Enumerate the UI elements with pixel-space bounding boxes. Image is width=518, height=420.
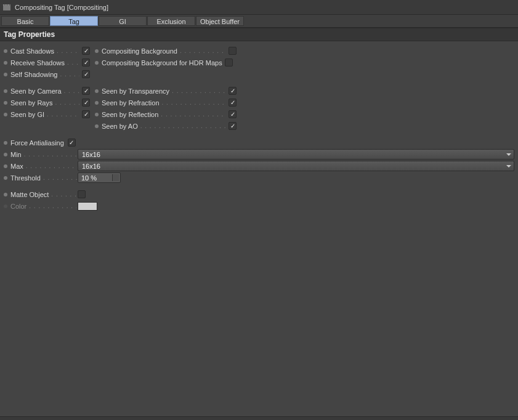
- seen-transparency-checkbox[interactable]: [229, 87, 237, 95]
- receive-shadows-checkbox[interactable]: [82, 59, 90, 67]
- threshold-spinner[interactable]: 10 %: [78, 172, 121, 183]
- seen-reflection-checkbox[interactable]: [229, 110, 237, 118]
- dots: [47, 111, 79, 118]
- bullet-icon: [4, 49, 7, 53]
- properties-panel: Cast Shadows Receive Shadows Self Shadow…: [0, 41, 518, 216]
- seen-refraction-checkbox[interactable]: [229, 99, 237, 107]
- force-aa-label: Force Antialiasing: [10, 139, 64, 147]
- bullet-icon: [4, 89, 7, 93]
- bullet-icon: [4, 164, 7, 168]
- cast-shadows-checkbox[interactable]: [82, 47, 90, 55]
- chevron-up-icon: [114, 175, 118, 177]
- bullet-icon: [95, 89, 99, 93]
- min-value: 16x16: [82, 151, 100, 158]
- titlebar: Compositing Tag [Compositing]: [0, 0, 518, 15]
- dots: [24, 151, 78, 158]
- dots: [26, 163, 78, 169]
- max-dropdown[interactable]: 16x16: [78, 161, 514, 171]
- seen-transparency-label: Seen by Transparency: [102, 87, 169, 95]
- bullet-icon: [4, 73, 7, 76]
- self-shadowing-label: Self Shadowing: [10, 71, 57, 78]
- bullet-icon: [4, 153, 7, 156]
- threshold-value: 10 %: [81, 174, 97, 182]
- dots: [29, 203, 76, 209]
- threshold-label: Threshold: [10, 174, 41, 182]
- bullet-icon: [4, 176, 7, 180]
- bullet-icon: [95, 61, 99, 65]
- tab-gi[interactable]: GI: [99, 16, 147, 26]
- bullet-icon: [4, 61, 7, 65]
- window-title: Compositing Tag [Compositing]: [15, 4, 108, 11]
- compositing-bg-hdr-checkbox[interactable]: [225, 59, 233, 67]
- force-aa-checkbox[interactable]: [68, 139, 76, 147]
- seen-reflection-label: Seen by Reflection: [102, 111, 158, 118]
- tab-tag[interactable]: Tag: [50, 16, 98, 26]
- color-label: Color: [10, 203, 26, 210]
- svg-rect-3: [6, 4, 7, 6]
- bullet-icon: [4, 204, 7, 208]
- matte-object-checkbox[interactable]: [78, 190, 86, 198]
- dots: [55, 99, 79, 106]
- cast-shadows-label: Cast Shadows: [10, 47, 54, 55]
- footer-bar: [0, 416, 518, 420]
- svg-rect-5: [9, 4, 10, 6]
- bullet-icon: [4, 193, 7, 196]
- section-header: Tag Properties: [0, 28, 518, 41]
- bullet-icon: [4, 141, 7, 145]
- max-value: 16x16: [82, 163, 100, 170]
- dots: [161, 111, 226, 118]
- compositing-bg-checkbox[interactable]: [229, 47, 237, 55]
- svg-rect-0: [3, 6, 10, 10]
- seen-camera-label: Seen by Camera: [10, 87, 62, 95]
- dots: [67, 59, 79, 66]
- bullet-icon: [95, 101, 99, 105]
- clapperboard-icon: [2, 3, 11, 12]
- min-dropdown[interactable]: 16x16: [78, 149, 514, 160]
- dots: [140, 123, 226, 129]
- dots: [57, 47, 79, 54]
- tab-basic[interactable]: Basic: [1, 16, 49, 26]
- self-shadowing-checkbox[interactable]: [82, 70, 90, 78]
- tab-exclusion[interactable]: Exclusion: [147, 16, 195, 26]
- tab-object-buffer[interactable]: Object Buffer: [196, 16, 244, 26]
- seen-rays-checkbox[interactable]: [82, 99, 90, 107]
- max-label: Max: [10, 163, 23, 170]
- bullet-icon: [4, 113, 7, 116]
- bullet-icon: [95, 113, 99, 116]
- matte-object-label: Matte Object: [10, 191, 49, 198]
- dots: [64, 87, 79, 94]
- seen-ao-checkbox[interactable]: [229, 122, 237, 130]
- bullet-icon: [4, 101, 7, 105]
- bullet-icon: [95, 49, 99, 53]
- dots: [180, 47, 226, 54]
- color-swatch[interactable]: [78, 202, 97, 211]
- receive-shadows-label: Receive Shadows: [10, 59, 65, 67]
- compositing-bg-hdr-label: Compositing Background for HDR Maps: [102, 59, 222, 67]
- dots: [162, 99, 226, 106]
- svg-rect-2: [4, 4, 5, 6]
- seen-rays-label: Seen by Rays: [10, 99, 52, 107]
- seen-gi-label: Seen by GI: [10, 111, 44, 118]
- seen-camera-checkbox[interactable]: [82, 87, 90, 95]
- dots: [51, 191, 78, 198]
- dots: [43, 174, 78, 181]
- chevron-down-icon: [114, 179, 118, 180]
- min-label: Min: [10, 151, 22, 158]
- compositing-bg-label: Compositing Background: [102, 47, 177, 55]
- dots: [60, 71, 79, 78]
- tabbar: Basic Tag GI Exclusion Object Buffer: [0, 15, 518, 28]
- seen-refraction-label: Seen by Refraction: [102, 99, 160, 107]
- dots: [172, 87, 226, 94]
- bullet-icon: [95, 124, 99, 128]
- svg-rect-4: [7, 4, 9, 6]
- seen-gi-checkbox[interactable]: [82, 110, 90, 118]
- seen-ao-label: Seen by AO: [102, 123, 138, 130]
